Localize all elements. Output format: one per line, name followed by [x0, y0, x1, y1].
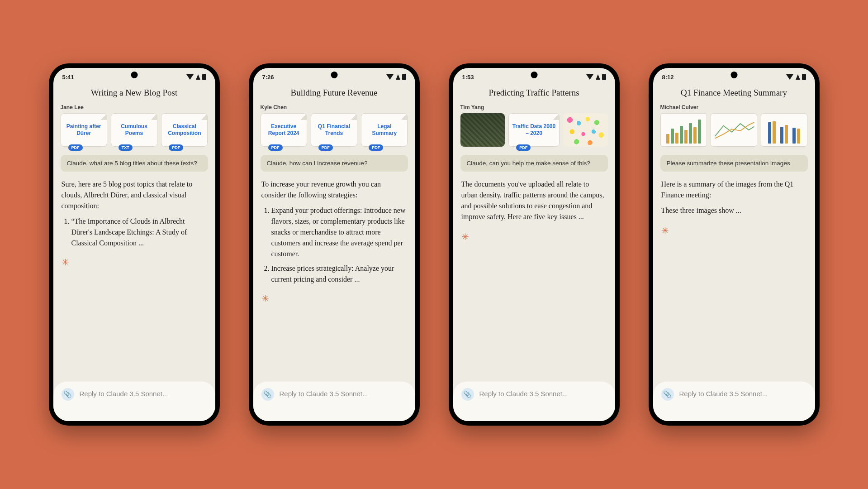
response-text: Sure, here are 5 blog post topics that r… — [62, 179, 207, 211]
file-type-badge: PDF — [169, 144, 183, 151]
file-type-badge: PDF — [369, 144, 383, 151]
attachment-title: Q1 Financial Trends — [314, 123, 354, 137]
battery-icon — [202, 74, 206, 80]
page-fold-icon — [201, 114, 207, 120]
loading-spinner-icon: ✳ — [62, 258, 71, 267]
page-fold-icon — [151, 114, 157, 120]
clock: 7:26 — [262, 74, 274, 81]
attachment-title: Classical Composition — [164, 123, 204, 137]
loading-spinner-icon: ✳ — [661, 226, 670, 235]
attachment-button[interactable]: 📎 — [62, 388, 74, 401]
phone-mockup: 7:26 Building Future Revenue Kyle Chen E… — [249, 63, 420, 426]
signal-icon — [396, 74, 400, 80]
screen: 7:26 Building Future Revenue Kyle Chen E… — [253, 68, 415, 421]
battery-icon — [602, 74, 606, 80]
attachment-image[interactable] — [563, 113, 608, 147]
assistant-response: Here is a summary of the images from the… — [653, 172, 815, 221]
attachment-card[interactable]: Classical CompositionPDF — [161, 113, 208, 147]
wifi-icon — [786, 74, 793, 80]
attachment-title: Executive Report 2024 — [264, 123, 304, 137]
response-list-item: Expand your product offerings: Introduce… — [271, 205, 407, 259]
user-name: Tim Yang — [453, 98, 615, 113]
response-text: To increase your revenue growth you can … — [261, 179, 407, 201]
response-text: Here is a summary of the images from the… — [661, 179, 807, 201]
attachment-card[interactable]: Q1 Financial TrendsPDF — [311, 113, 357, 147]
attachment-card[interactable]: Cumulous PoemsTXT — [111, 113, 157, 147]
user-name: Kyle Chen — [253, 98, 415, 113]
page-title: Writing a New Blog Post — [53, 88, 215, 98]
reply-input-bar[interactable]: 📎 Reply to Claude 3.5 Sonnet... — [453, 381, 615, 421]
file-type-badge: TXT — [119, 144, 133, 151]
page-fold-icon — [100, 114, 107, 120]
attachment-button[interactable]: 📎 — [661, 388, 674, 401]
assistant-response: Sure, here are 5 blog post topics that r… — [53, 172, 215, 252]
phone-mockup: 8:12 Q1 Finance Meeting Summary Michael … — [649, 63, 820, 426]
screen: 1:53 Predicting Traffic Patterns Tim Yan… — [453, 68, 615, 421]
paperclip-icon: 📎 — [263, 390, 272, 398]
screen: 5:41 Writing a New Blog Post Jane Lee Pa… — [53, 68, 215, 421]
paperclip-icon: 📎 — [663, 390, 672, 398]
chart-thumbnail[interactable] — [711, 113, 757, 147]
camera-cutout — [730, 72, 737, 78]
user-name: Jane Lee — [53, 98, 215, 113]
signal-icon — [796, 74, 800, 80]
phone-mockup: 1:53 Predicting Traffic Patterns Tim Yan… — [449, 63, 620, 426]
reply-placeholder: Reply to Claude 3.5 Sonnet... — [679, 388, 768, 398]
clock: 5:41 — [62, 74, 74, 81]
chart-thumbnail[interactable] — [761, 113, 807, 147]
attachment-title: Legal Summary — [364, 123, 404, 137]
camera-cutout — [131, 72, 138, 78]
reply-placeholder: Reply to Claude 3.5 Sonnet... — [280, 388, 368, 398]
attachment-image[interactable] — [460, 113, 505, 147]
page-fold-icon — [300, 114, 307, 120]
phone-mockup: 5:41 Writing a New Blog Post Jane Lee Pa… — [49, 63, 220, 426]
camera-cutout — [531, 72, 537, 78]
wifi-icon — [586, 74, 593, 80]
response-text: These three images show ... — [661, 205, 807, 216]
loading-spinner-icon: ✳ — [261, 294, 270, 303]
response-list-item: Increase prices strategically: Analyze y… — [271, 263, 407, 285]
attachments-row: Traffic Data 2000 – 2020PDF — [453, 113, 615, 147]
camera-cutout — [331, 72, 337, 78]
reply-placeholder: Reply to Claude 3.5 Sonnet... — [80, 388, 168, 398]
file-type-badge: PDF — [268, 144, 283, 151]
response-list-item: “The Importance of Clouds in Albrecht Dü… — [71, 216, 207, 249]
paperclip-icon: 📎 — [463, 390, 472, 398]
loading-spinner-icon: ✳ — [461, 232, 470, 241]
status-icons — [586, 74, 606, 80]
attachment-card[interactable]: Executive Report 2024PDF — [261, 113, 307, 147]
assistant-response: The documents you've uploaded all relate… — [453, 172, 615, 227]
screen: 8:12 Q1 Finance Meeting Summary Michael … — [653, 68, 815, 421]
user-prompt: Claude, can you help me make sense of th… — [460, 155, 608, 172]
chart-thumbnail[interactable] — [660, 113, 707, 147]
response-text: The documents you've uploaded all relate… — [461, 179, 607, 222]
battery-icon — [802, 74, 806, 80]
reply-input-bar[interactable]: 📎 Reply to Claude 3.5 Sonnet... — [653, 381, 815, 421]
attachment-button[interactable]: 📎 — [461, 388, 474, 401]
user-name: Michael Culver — [653, 98, 815, 113]
attachment-title: Traffic Data 2000 – 2020 — [512, 123, 556, 137]
wifi-icon — [386, 74, 394, 80]
attachment-card[interactable]: Legal SummaryPDF — [361, 113, 408, 147]
status-icons — [786, 74, 806, 80]
clock: 1:53 — [462, 74, 474, 81]
file-type-badge: PDF — [68, 144, 83, 151]
wifi-icon — [186, 74, 194, 80]
page-fold-icon — [351, 114, 357, 120]
file-type-badge: PDF — [516, 144, 531, 151]
reply-input-bar[interactable]: 📎 Reply to Claude 3.5 Sonnet... — [253, 381, 415, 421]
attachment-title: Painting after Dürer — [64, 123, 104, 137]
paperclip-icon: 📎 — [63, 390, 72, 398]
attachments-row: Painting after DürerPDF Cumulous PoemsTX… — [53, 113, 215, 147]
page-title: Building Future Revenue — [253, 88, 415, 98]
user-prompt: Claude, what are 5 blog titles about the… — [61, 155, 208, 172]
assistant-response: To increase your revenue growth you can … — [253, 172, 415, 288]
attachment-button[interactable]: 📎 — [261, 388, 274, 401]
attachment-title: Cumulous Poems — [114, 123, 154, 137]
clock: 8:12 — [662, 74, 674, 81]
attachment-card[interactable]: Traffic Data 2000 – 2020PDF — [508, 113, 560, 147]
reply-input-bar[interactable]: 📎 Reply to Claude 3.5 Sonnet... — [53, 381, 215, 421]
signal-icon — [196, 74, 200, 80]
attachment-card[interactable]: Painting after DürerPDF — [61, 113, 107, 147]
page-title: Q1 Finance Meeting Summary — [653, 88, 815, 98]
